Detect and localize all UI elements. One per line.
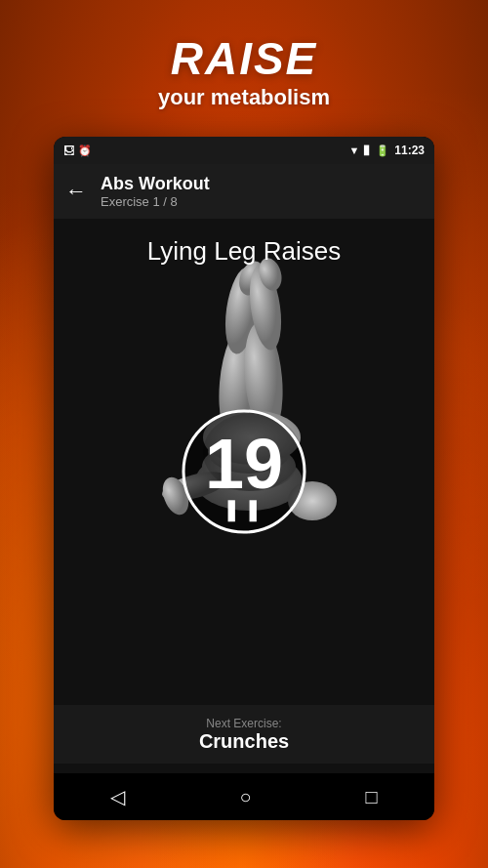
battery-icon: 🔋: [376, 145, 389, 157]
toolbar-text: Abs Workout Exercise 1 / 8: [101, 174, 210, 209]
hero-subheadline: your metabolism: [158, 85, 330, 110]
hero-headline: RAISE: [171, 32, 318, 85]
hero-section: RAISE your metabolism: [0, 0, 488, 142]
back-button[interactable]: ←: [65, 181, 87, 202]
phone-frame: ⛾ ⏰ ▼ ▊ 🔋 11:23 ← Abs Workout Exercise 1…: [54, 137, 434, 820]
nav-home-button[interactable]: ○: [239, 786, 251, 808]
next-exercise-label: Next Exercise:: [206, 717, 281, 730]
exercise-area: Lying Leg Raises: [54, 219, 434, 773]
signal-icon: ▊: [364, 145, 371, 155]
timer-circle[interactable]: 19 ❚❚: [176, 403, 312, 540]
exercise-name: Lying Leg Raises: [147, 236, 342, 267]
wifi-icon: ▼: [348, 145, 359, 156]
picture-icon: ⛾: [63, 145, 74, 156]
status-left-icons: ⛾ ⏰: [63, 145, 92, 157]
toolbar-subtitle: Exercise 1 / 8: [101, 194, 210, 209]
nav-recent-button[interactable]: □: [365, 786, 377, 808]
status-right-icons: ▼ ▊ 🔋 11:23: [348, 144, 425, 157]
nav-back-button[interactable]: ◁: [110, 785, 125, 808]
nav-bar: ◁ ○ □: [54, 773, 434, 820]
timer-number: 19: [205, 424, 283, 504]
next-exercise-name: Crunches: [199, 730, 289, 753]
next-exercise-section: Next Exercise: Crunches: [54, 705, 434, 764]
status-time: 11:23: [394, 144, 425, 157]
pause-button[interactable]: ❚❚: [223, 497, 265, 522]
toolbar-title: Abs Workout: [101, 174, 210, 194]
alarm-icon: ⏰: [78, 145, 92, 157]
status-bar: ⛾ ⏰ ▼ ▊ 🔋 11:23: [54, 137, 434, 164]
exercise-figure: 19 ❚❚: [78, 257, 410, 569]
toolbar: ← Abs Workout Exercise 1 / 8: [54, 164, 434, 219]
